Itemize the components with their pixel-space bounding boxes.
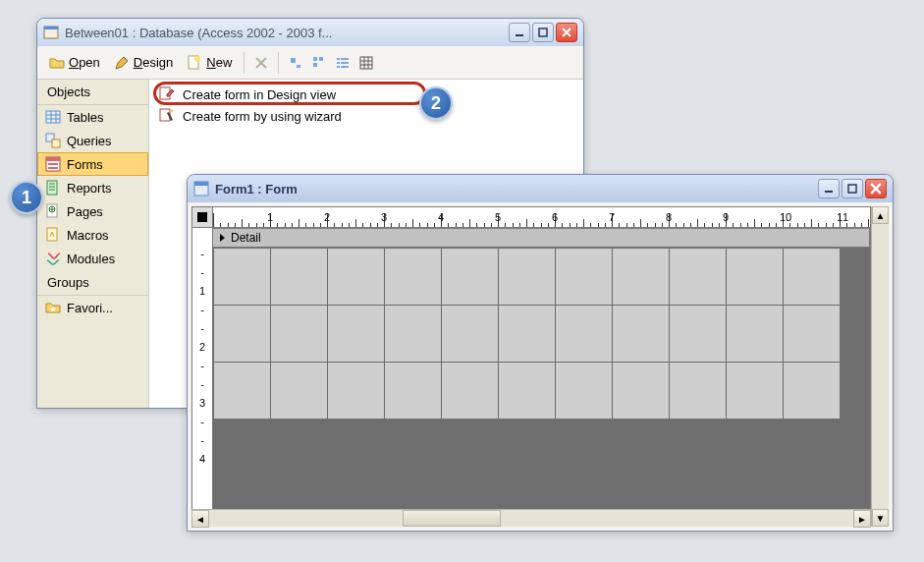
open-button[interactable]: Open (43, 52, 106, 74)
sidebar-item-modules[interactable]: Modules (37, 247, 148, 270)
svg-point-42 (171, 110, 174, 113)
form-wizard-icon (159, 108, 175, 124)
form-close-button[interactable] (865, 179, 887, 198)
form-icon (45, 156, 61, 172)
objects-sidebar: Objects Tables Queries Forms Reports Pag… (37, 80, 149, 408)
sidebar-item-pages[interactable]: Pages (37, 199, 148, 223)
db-titlebar[interactable]: Between01 : Database (Access 2002 - 2003… (37, 19, 583, 46)
form-maximize-button[interactable] (842, 179, 863, 198)
svg-rect-8 (313, 57, 317, 61)
svg-rect-44 (194, 182, 208, 186)
vertical-ruler[interactable]: --1--2--3--4 (191, 228, 213, 527)
table-icon (45, 109, 61, 125)
large-icons-button[interactable] (285, 52, 306, 74)
page-icon (45, 203, 61, 219)
svg-rect-6 (291, 58, 296, 63)
svg-rect-1 (44, 27, 58, 29)
svg-rect-46 (848, 185, 856, 193)
objects-heading: Objects (37, 80, 148, 105)
horizontal-ruler[interactable]: 1234567891011 (213, 206, 871, 228)
svg-rect-7 (297, 65, 300, 68)
section-arrow-icon (219, 233, 229, 243)
details-view-button[interactable] (355, 52, 377, 74)
svg-rect-15 (337, 66, 340, 68)
sidebar-item-tables[interactable]: Tables (37, 105, 148, 129)
create-form-wizard[interactable]: Create form by using wizard (153, 105, 579, 127)
svg-rect-12 (341, 58, 349, 60)
detail-section-bar[interactable]: Detail (213, 228, 870, 248)
new-button[interactable]: New (181, 52, 238, 74)
favorites-icon (45, 300, 61, 315)
scroll-up-button[interactable]: ▲ (872, 206, 889, 224)
svg-rect-39 (47, 228, 57, 241)
scroll-down-button[interactable]: ▼ (872, 509, 889, 527)
open-folder-icon (49, 55, 65, 71)
svg-rect-33 (47, 181, 57, 195)
form-window-icon (193, 181, 209, 197)
sidebar-item-queries[interactable]: Queries (37, 129, 148, 152)
svg-rect-3 (539, 28, 547, 36)
macro-icon (45, 227, 61, 243)
callout-2: 2 (419, 86, 453, 120)
design-icon (114, 55, 130, 71)
callout-1: 1 (10, 181, 43, 214)
svg-rect-14 (341, 62, 349, 64)
design-surface[interactable]: Detail (213, 228, 871, 527)
design-button[interactable]: Design (108, 52, 179, 74)
small-icons-button[interactable] (308, 52, 330, 74)
minimize-button[interactable] (509, 23, 530, 42)
svg-rect-30 (46, 157, 60, 161)
query-icon (45, 133, 61, 148)
svg-rect-17 (360, 57, 372, 69)
create-form-design-view[interactable]: Create form in Design view (153, 84, 579, 105)
form-titlebar[interactable]: Form1 : Form (188, 175, 893, 202)
db-toolbar: Open Design New (37, 46, 583, 80)
svg-rect-45 (825, 191, 833, 193)
svg-rect-10 (313, 63, 317, 67)
vertical-scrollbar[interactable]: ▲ ▼ (871, 206, 889, 527)
form-design-window: Form1 : Form 1234567891011 --1--2--3--4 … (187, 174, 894, 532)
svg-rect-31 (48, 163, 58, 165)
close-button[interactable] (556, 23, 577, 42)
groups-heading: Groups (37, 270, 148, 296)
sidebar-item-macros[interactable]: Macros (37, 223, 148, 247)
sidebar-item-favorites[interactable]: Favori... (37, 296, 148, 319)
database-icon (43, 25, 59, 40)
svg-rect-32 (48, 167, 58, 169)
new-icon (187, 55, 202, 71)
delete-button[interactable] (250, 52, 272, 74)
svg-rect-2 (516, 34, 523, 36)
db-title: Between01 : Database (Access 2002 - 2003… (65, 26, 509, 40)
horizontal-scrollbar[interactable]: ◄ ► (191, 509, 871, 527)
module-icon (45, 251, 61, 266)
form-minimize-button[interactable] (818, 179, 840, 198)
sidebar-item-reports[interactable]: Reports (37, 176, 148, 199)
scroll-right-button[interactable]: ► (853, 510, 871, 528)
report-icon (45, 180, 61, 196)
h-scroll-thumb[interactable] (403, 510, 501, 527)
scroll-left-button[interactable]: ◄ (191, 510, 209, 528)
list-view-button[interactable] (332, 52, 353, 74)
svg-rect-22 (46, 111, 60, 123)
svg-point-5 (194, 56, 200, 62)
form-selector[interactable] (191, 206, 213, 228)
form-title: Form1 : Form (215, 182, 818, 197)
svg-rect-16 (341, 66, 349, 68)
svg-rect-28 (52, 140, 60, 147)
form-design-icon (159, 86, 175, 102)
maximize-button[interactable] (532, 23, 554, 42)
form-grid[interactable] (213, 248, 840, 419)
svg-rect-9 (319, 57, 323, 61)
svg-rect-11 (337, 58, 340, 60)
svg-rect-13 (337, 62, 340, 64)
sidebar-item-forms[interactable]: Forms (37, 152, 148, 176)
